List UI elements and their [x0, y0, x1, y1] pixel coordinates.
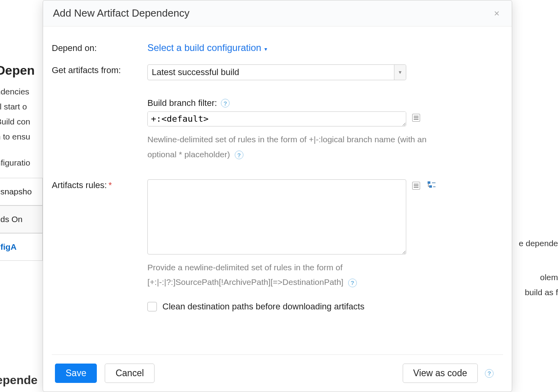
svg-rect-5 — [414, 187, 418, 188]
artifacts-rules-field-wrap — [147, 179, 503, 254]
branch-filter-input[interactable] — [147, 111, 406, 126]
chevron-down-icon: ▾ — [264, 46, 267, 52]
label-depend-on: Depend on: — [52, 42, 147, 53]
save-button[interactable]: Save — [55, 364, 97, 383]
expand-icon[interactable] — [412, 182, 420, 190]
get-artifacts-from-select[interactable]: Latest successful build ▼ — [147, 64, 406, 80]
required-marker: * — [108, 180, 112, 190]
help-icon[interactable]: ? — [348, 279, 357, 287]
depend-on-select-link[interactable]: Select a build configuration ▾ — [147, 42, 267, 53]
artifacts-rules-hint: Provide a newline-delimited set of rules… — [147, 260, 448, 290]
depend-on-link-text: Select a build configuration — [147, 42, 261, 53]
modal-body: Depend on: Select a build configuration … — [43, 26, 512, 354]
label-artifacts-rules: Artifacts rules:* — [52, 179, 147, 190]
clean-destination-label: Clean destination paths before downloadi… — [162, 302, 364, 312]
tree-icon[interactable] — [427, 181, 436, 192]
select-arrow-icon: ▼ — [394, 65, 406, 80]
modal-overlay: Add New Artifact Dependency × Depend on:… — [0, 0, 558, 392]
view-as-code-button[interactable]: View as code — [403, 364, 478, 383]
svg-rect-7 — [432, 182, 435, 183]
svg-rect-3 — [414, 184, 418, 185]
help-icon[interactable]: ? — [235, 151, 243, 159]
svg-rect-4 — [414, 185, 418, 186]
label-get-artifacts-from: Get artifacts from: — [52, 64, 147, 75]
svg-rect-9 — [433, 186, 435, 187]
svg-rect-11 — [428, 186, 429, 187]
svg-rect-6 — [428, 181, 430, 184]
clean-destination-checkbox[interactable] — [147, 302, 157, 311]
artifacts-rules-input[interactable] — [147, 179, 406, 254]
close-icon[interactable]: × — [492, 8, 502, 19]
svg-rect-0 — [414, 116, 418, 117]
row-get-artifacts-from: Get artifacts from: Latest successful bu… — [52, 64, 503, 162]
row-artifacts-rules: Artifacts rules:* — [52, 179, 503, 312]
modal-title: Add New Artifact Dependency — [53, 7, 189, 19]
svg-rect-10 — [428, 184, 429, 187]
modal-footer: Save Cancel View as code ? — [52, 354, 503, 392]
expand-icon[interactable] — [412, 114, 420, 122]
branch-filter-hint: Newline-delimited set of rules in the fo… — [147, 132, 448, 162]
get-artifacts-from-value: Latest successful build — [152, 67, 239, 77]
clean-destination-checkbox-row: Clean destination paths before downloadi… — [147, 302, 503, 312]
svg-rect-1 — [414, 117, 418, 118]
modal-header: Add New Artifact Dependency × — [43, 0, 512, 26]
cancel-button[interactable]: Cancel — [105, 364, 155, 383]
branch-filter-field-wrap — [147, 111, 503, 126]
label-build-branch-filter: Build branch filter: ? — [147, 98, 503, 108]
help-icon[interactable]: ? — [221, 99, 230, 107]
help-icon[interactable]: ? — [485, 369, 494, 378]
svg-rect-8 — [429, 185, 432, 188]
add-artifact-dependency-dialog: Add New Artifact Dependency × Depend on:… — [43, 0, 512, 392]
row-depend-on: Depend on: Select a build configuration … — [52, 42, 503, 53]
svg-rect-2 — [414, 119, 418, 120]
